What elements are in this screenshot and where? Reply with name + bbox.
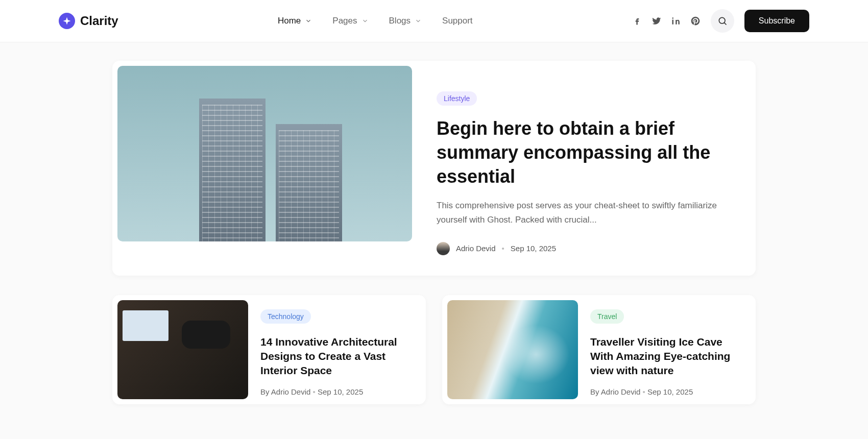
card-image [117,300,248,399]
card-date: Sep 10, 2025 [318,387,363,396]
logo-text: Clarity [80,14,118,28]
card-tag[interactable]: Travel [590,309,624,324]
chevron-down-icon [361,17,369,25]
avatar[interactable] [437,242,450,255]
nav-blogs[interactable]: Blogs [389,16,422,26]
featured-image [117,66,412,241]
search-button[interactable] [711,9,734,33]
card-author[interactable]: By Adrio Devid [260,387,310,396]
logo[interactable]: Clarity [59,13,118,29]
dot-separator: • [643,387,647,396]
card-body: Travel Traveller Visiting Ice Cave With … [590,300,751,399]
search-icon [717,16,728,26]
card-author[interactable]: By Adrio Devid [590,387,640,396]
facebook-icon[interactable] [632,16,642,26]
featured-date: Sep 10, 2025 [511,244,556,253]
social-links [632,16,701,26]
featured-desc: This comprehensive post serves as your c… [437,199,720,226]
card-meta: By Adrio Devid • Sep 10, 2025 [260,387,417,396]
card-title[interactable]: 14 Innovative Architectural Designs to C… [260,335,417,378]
chevron-down-icon [415,17,422,25]
main-content: Lifestyle Begin here to obtain a brief s… [112,42,756,425]
nav-home-label: Home [278,16,301,26]
dot-separator: • [502,244,504,253]
chevron-down-icon [305,17,312,25]
header: Clarity Home Pages Blogs Support Subscri… [0,0,868,42]
pinterest-icon[interactable] [690,16,701,26]
dot-separator: • [313,387,318,396]
linkedin-icon[interactable] [671,16,681,26]
card-date: Sep 10, 2025 [647,387,693,396]
featured-body: Lifestyle Begin here to obtain a brief s… [412,66,751,271]
nav-support-label: Support [442,16,473,26]
featured-tag[interactable]: Lifestyle [437,91,477,106]
post-card[interactable]: Technology 14 Innovative Architectural D… [112,295,426,404]
card-title[interactable]: Traveller Visiting Ice Cave With Amazing… [590,335,746,378]
nav-home[interactable]: Home [278,16,312,26]
card-image [447,300,578,399]
card-meta: By Adrio Devid • Sep 10, 2025 [590,387,746,396]
post-grid: Technology 14 Innovative Architectural D… [112,295,756,404]
card-tag[interactable]: Technology [260,309,311,324]
nav-pages-label: Pages [332,16,357,26]
featured-meta: Adrio Devid • Sep 10, 2025 [437,242,720,255]
subscribe-button[interactable]: Subscribe [744,10,809,32]
card-body: Technology 14 Innovative Architectural D… [260,300,421,399]
featured-title[interactable]: Begin here to obtain a brief summary enc… [437,117,720,188]
main-nav: Home Pages Blogs Support [278,16,473,26]
header-right: Subscribe [632,9,809,33]
post-card[interactable]: Travel Traveller Visiting Ice Cave With … [442,295,756,404]
svg-point-0 [719,17,725,23]
featured-author[interactable]: Adrio Devid [456,244,496,253]
featured-post[interactable]: Lifestyle Begin here to obtain a brief s… [112,61,756,276]
nav-blogs-label: Blogs [389,16,411,26]
nav-support[interactable]: Support [442,16,473,26]
twitter-icon[interactable] [652,16,662,26]
logo-icon [59,13,75,29]
nav-pages[interactable]: Pages [332,16,368,26]
